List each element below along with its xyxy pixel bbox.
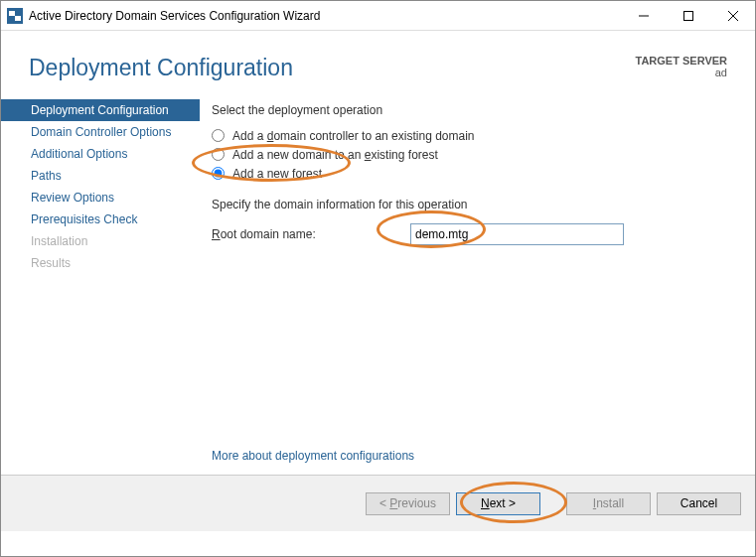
radio-row-new-forest[interactable]: Add a new forest [212,165,727,182]
next-button[interactable]: Next > [456,492,540,515]
step-results: Results [1,252,200,274]
target-server-value: ad [636,67,728,78]
minimize-button[interactable] [621,1,666,31]
window-controls [621,1,755,31]
close-button[interactable] [710,1,755,31]
step-installation: Installation [1,230,200,252]
radio-new-forest-label[interactable]: Add a new forest [232,167,322,181]
radio-existing-forest-label[interactable]: Add a new domain to an existing forest [232,148,438,162]
maximize-button[interactable] [666,1,710,31]
radio-existing-domain-label[interactable]: Add a domain controller to an existing d… [232,129,475,143]
svg-rect-4 [683,11,692,20]
install-button: Install [566,492,651,515]
step-deployment-configuration[interactable]: Deployment Configuration [1,99,200,121]
page-title: Deployment Configuration [29,55,293,81]
step-domain-controller-options[interactable]: Domain Controller Options [1,121,200,143]
step-additional-options[interactable]: Additional Options [1,143,200,165]
root-domain-row: Root domain name: [212,223,727,245]
target-server-info: TARGET SERVER ad [636,55,728,78]
titlebar: Active Directory Domain Services Configu… [1,1,755,31]
wizard-content: Deployment Configuration Domain Controll… [1,89,755,475]
root-domain-input[interactable] [410,223,624,245]
wizard-steps-sidebar: Deployment Configuration Domain Controll… [1,89,200,475]
learn-more-link[interactable]: More about deployment configurations [212,449,414,463]
wizard-footer: < Previous Next > Install Cancel [1,475,755,531]
radio-new-forest[interactable] [212,167,225,180]
cancel-button[interactable]: Cancel [657,492,741,515]
radio-existing-domain[interactable] [212,129,225,142]
step-paths[interactable]: Paths [1,165,200,187]
select-operation-label: Select the deployment operation [212,103,727,117]
svg-rect-1 [9,11,15,16]
radio-row-existing-domain[interactable]: Add a domain controller to an existing d… [212,127,727,144]
wizard-main-panel: Select the deployment operation Add a do… [200,89,755,475]
root-domain-label: Root domain name: [212,227,410,241]
radio-row-existing-forest[interactable]: Add a new domain to an existing forest [212,146,727,163]
svg-rect-2 [15,16,21,21]
step-review-options[interactable]: Review Options [1,187,200,209]
target-server-label: TARGET SERVER [636,55,728,67]
wizard-header: Deployment Configuration TARGET SERVER a… [1,31,755,89]
radio-existing-forest[interactable] [212,148,225,161]
window-title: Active Directory Domain Services Configu… [29,9,621,23]
specify-domain-label: Specify the domain information for this … [212,198,727,211]
app-icon [7,8,23,24]
step-prerequisites-check[interactable]: Prerequisites Check [1,209,200,230]
previous-button: < Previous [366,492,450,515]
